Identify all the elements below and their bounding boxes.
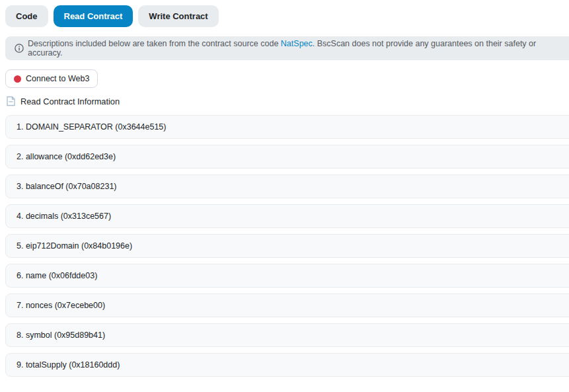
function-label: 2. allowance (0xdd62ed3e) (17, 152, 116, 161)
function-label: 3. balanceOf (0x70a08231) (17, 182, 117, 191)
read-contract-information-heading: Read Contract Information (7, 96, 569, 106)
function-label: 1. DOMAIN_SEPARATOR (0x3644e515) (17, 122, 166, 132)
connect-to-web3-button[interactable]: Connect to Web3 (5, 69, 98, 88)
function-accordion-header[interactable]: 1. DOMAIN_SEPARATOR (0x3644e515) (5, 115, 569, 139)
function-accordion-header[interactable]: 7. nonces (0x7ecebe00) (5, 294, 569, 317)
function-accordion-header[interactable]: 5. eip712Domain (0x84b0196e) (5, 234, 569, 258)
read-functions-list: 1. DOMAIN_SEPARATOR (0x3644e515) 2. allo… (0, 115, 569, 377)
function-label: 8. symbol (0x95d89b41) (17, 331, 105, 340)
file-document-icon (7, 96, 15, 106)
function-accordion-header[interactable]: 9. totalSupply (0x18160ddd) (5, 353, 569, 377)
contract-tabs: Code Read Contract Write Contract (5, 5, 569, 27)
function-accordion-header[interactable]: 6. name (0x06fdde03) (5, 264, 569, 288)
info-icon (15, 44, 24, 53)
function-label: 9. totalSupply (0x18160ddd) (17, 360, 120, 370)
section-title-label: Read Contract Information (20, 97, 120, 106)
function-accordion-header[interactable]: 4. decimals (0x313ce567) (5, 204, 569, 228)
tab-read-contract[interactable]: Read Contract (54, 5, 133, 27)
function-accordion-header[interactable]: 3. balanceOf (0x70a08231) (5, 175, 569, 198)
disclaimer-text: Descriptions included below are taken fr… (28, 39, 566, 58)
natspec-link[interactable]: NatSpec (281, 39, 313, 48)
disconnected-status-dot-icon (14, 75, 21, 83)
tab-code[interactable]: Code (5, 5, 48, 27)
natspec-disclaimer-alert: Descriptions included below are taken fr… (5, 36, 569, 60)
function-label: 5. eip712Domain (0x84b0196e) (17, 241, 132, 251)
function-label: 7. nonces (0x7ecebe00) (17, 301, 105, 310)
function-label: 6. name (0x06fdde03) (17, 271, 97, 280)
connect-to-web3-label: Connect to Web3 (26, 74, 89, 83)
function-accordion-header[interactable]: 2. allowance (0xdd62ed3e) (5, 145, 569, 169)
function-label: 4. decimals (0x313ce567) (17, 212, 111, 221)
tab-write-contract[interactable]: Write Contract (138, 5, 218, 27)
function-accordion-header[interactable]: 8. symbol (0x95d89b41) (5, 323, 569, 347)
